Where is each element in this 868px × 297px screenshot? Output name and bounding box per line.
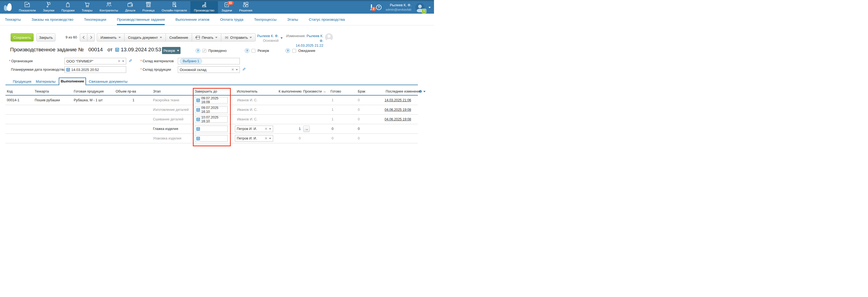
document-number[interactable]: 00014 (89, 47, 103, 53)
prev-record-button[interactable] (80, 33, 87, 41)
nav-item-money[interactable]: Деньги (122, 1, 139, 14)
col-header-executor[interactable]: Исполнитель (237, 90, 257, 93)
chevron-down-icon[interactable] (429, 7, 431, 8)
due-date-input[interactable] (195, 126, 228, 132)
next-record-button[interactable] (87, 33, 95, 41)
planned-date-field[interactable]: 14.03.2025 20:52 (64, 66, 126, 73)
table-settings-gear-icon[interactable]: ⚙ (419, 89, 422, 94)
edit-pencil-icon[interactable]: ✎ (128, 59, 133, 63)
nav-item-sales[interactable]: Продажи (58, 1, 78, 14)
nav-item-purchases[interactable]: Закупки (39, 1, 58, 14)
nav-item-tasks[interactable]: 11 Задачи (218, 1, 236, 14)
due-date-input[interactable]: 09.07.2025 16:09 (195, 97, 228, 103)
posted-checkbox[interactable] (203, 49, 206, 53)
chevron-down-icon[interactable] (236, 69, 238, 70)
clear-icon[interactable]: ✕ (265, 127, 268, 131)
table-row[interactable]: Сшивание деталей 10.07.2025 16:10 Иванов… (0, 114, 434, 124)
clear-icon[interactable]: ✕ (118, 59, 120, 63)
subnav-techcards[interactable]: Техкарты (5, 14, 21, 25)
clear-icon[interactable]: ✕ (265, 136, 268, 140)
save-button[interactable]: Сохранить (11, 33, 34, 41)
subnav-production-status[interactable]: Статус производства (309, 14, 345, 25)
editor-avatar[interactable] (325, 33, 333, 41)
changed-at-link[interactable]: 14.03.2025 21:22 (296, 43, 323, 47)
subnav-labor-payment[interactable]: Оплата труда (220, 14, 243, 25)
subnav-techprocesses[interactable]: Техпроцессы (254, 14, 276, 25)
calendar-icon[interactable] (196, 108, 200, 112)
create-document-button[interactable]: Создать документ (124, 33, 166, 41)
col-header-last-change[interactable]: Последнее изменение (386, 90, 422, 93)
change-button[interactable]: Изменить (97, 33, 125, 41)
nav-item-online-trade[interactable]: Онлайн-торговля (158, 1, 190, 14)
executor-combobox[interactable]: Петров И. И. ✕ (235, 126, 273, 132)
chevron-down-icon[interactable] (269, 138, 271, 139)
print-button[interactable]: Печать (192, 33, 221, 41)
reserve-checkbox[interactable] (252, 49, 255, 53)
due-date-input[interactable]: 09.07.2025 16:10 (195, 106, 228, 113)
help-icon[interactable]: ? (376, 5, 381, 10)
table-row[interactable]: Глажка изделия Петров И. И. ✕ 1 → 0 0 (0, 124, 434, 134)
organization-field[interactable]: ООО "ПРИМЕР" ✕ (64, 58, 126, 64)
nav-item-counterparties[interactable]: Контрагенты (96, 1, 122, 14)
help-icon[interactable]: ? (245, 48, 249, 53)
chevron-down-icon[interactable] (122, 61, 124, 62)
current-user[interactable]: Рылеев К. Ф. admin@sevkavlab (386, 3, 411, 12)
cell-product-link[interactable]: Рубашка, М - 1 шт (74, 96, 103, 105)
chevron-down-icon[interactable] (423, 91, 426, 92)
tab-linked-documents[interactable]: Связанные документы (89, 78, 128, 85)
col-header-due[interactable]: Завершить до (195, 90, 217, 93)
col-header-produce[interactable]: Произвести → (303, 90, 326, 93)
col-header-done[interactable]: Готово (331, 90, 341, 93)
user-avatar[interactable] (415, 3, 425, 12)
subnav-production-tasks[interactable]: Производственные задания (117, 14, 165, 25)
produce-arrow-button[interactable]: → (303, 126, 310, 132)
help-icon[interactable]: ? (285, 48, 290, 53)
changed-by-link[interactable]: Рылеев К. Ф. (306, 34, 323, 43)
executor-combobox[interactable]: Петров И. И. ✕ (235, 135, 273, 142)
owner-name[interactable]: Рылеев К. Ф. (251, 34, 279, 38)
send-button[interactable]: ✉Отправить (221, 33, 256, 41)
subnav-stages[interactable]: Этапы (287, 14, 298, 25)
subnav-techoperations[interactable]: Техоперации (84, 14, 106, 25)
table-row[interactable]: 00014-1 Пошив рубашки Рубашка, М - 1 шт … (0, 96, 434, 105)
table-row[interactable]: Упаковка изделия Петров И. И. ✕ 0 0 0 (0, 134, 434, 143)
due-date-input[interactable]: 10.07.2025 16:10 (195, 116, 228, 123)
col-header-todo[interactable]: К выполнению (279, 90, 302, 93)
waiting-checkbox[interactable] (292, 49, 296, 53)
subnav-production-orders[interactable]: Заказы на производство (31, 14, 73, 25)
edit-pencil-icon[interactable]: ✎ (241, 67, 246, 71)
nav-item-retail[interactable]: Розница (139, 1, 158, 14)
calendar-icon[interactable] (196, 137, 200, 140)
tab-products[interactable]: Продукция (13, 78, 31, 85)
col-header-volume[interactable]: Объем пр-ва (115, 90, 136, 93)
col-header-defect[interactable]: Брак (358, 90, 366, 93)
product-warehouse-field[interactable]: Основной склад ✕ (178, 66, 240, 73)
subnav-stage-execution[interactable]: Выполнение этапов (175, 14, 209, 25)
materials-warehouse-field[interactable]: Выбрано 1 (178, 58, 240, 64)
notifications-bell[interactable]: 2 (371, 5, 372, 10)
col-header-product[interactable]: Готовая продукция (74, 90, 103, 93)
col-header-code[interactable]: Код (7, 90, 12, 93)
moysklad-logo[interactable] (4, 3, 12, 11)
document-date[interactable]: 13.09.2024 20:53 (121, 47, 161, 53)
calendar-icon[interactable] (196, 118, 200, 121)
close-button[interactable]: Закрыть (36, 33, 56, 41)
help-icon[interactable]: ? (195, 48, 200, 53)
cell-last-change-link[interactable]: 14.03.2025 21:06 (384, 96, 411, 105)
reserve-dropdown-button[interactable]: Резерв (162, 47, 181, 54)
supply-button[interactable]: Снабжение (165, 33, 192, 41)
table-row[interactable]: Изготовление деталей 09.07.2025 16:10 Ив… (0, 105, 434, 114)
clear-icon[interactable]: ✕ (231, 68, 234, 71)
nav-item-goods[interactable]: Товары (78, 1, 96, 14)
col-header-stage[interactable]: Этап (153, 90, 161, 93)
nav-item-solutions[interactable]: Решения (236, 1, 256, 14)
chevron-down-icon[interactable] (280, 37, 283, 39)
tab-execution[interactable]: Выполнение (59, 77, 86, 85)
calendar-icon[interactable] (196, 99, 200, 102)
document-owner[interactable]: Рылеев К. Ф. Основной (251, 34, 279, 43)
tab-materials[interactable]: Материалы (36, 78, 56, 85)
selected-count-badge[interactable]: Выбрано 1 (180, 58, 202, 64)
calendar-icon[interactable] (66, 68, 70, 71)
nav-item-production[interactable]: Производство (190, 1, 218, 14)
calendar-icon[interactable] (115, 48, 119, 52)
